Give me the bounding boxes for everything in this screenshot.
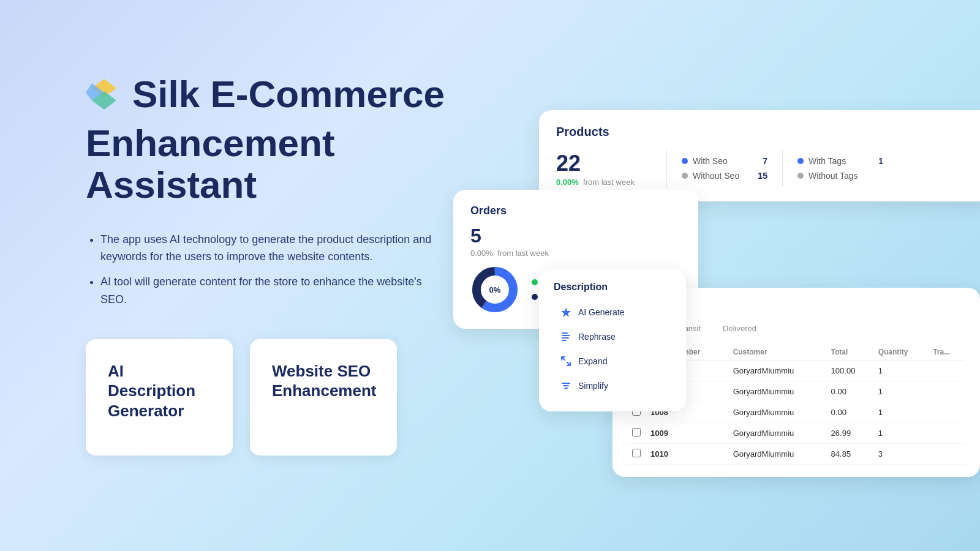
- orders-donut: 0%: [470, 265, 519, 314]
- simplify-menu-item[interactable]: Simplify: [554, 375, 671, 397]
- with-tags-dot: [797, 158, 804, 164]
- tags-legend: With Tags 1 Without Tags: [797, 156, 883, 181]
- order-customer: GoryardMiummiu: [728, 423, 826, 444]
- without-tags-legend: Without Tags: [797, 171, 883, 181]
- with-tags-label: With Tags: [809, 156, 864, 166]
- silk-logo-icon: [86, 76, 123, 113]
- without-tags-label: Without Tags: [809, 171, 864, 181]
- order-customer: GoryardMiummiu: [728, 381, 826, 402]
- expand-icon: [560, 355, 572, 367]
- logo-area: Silk E-Commerce: [86, 73, 514, 115]
- website-seo-label: Website SEO Enhancement: [272, 361, 377, 401]
- app-title-line1: Silk E-Commerce: [132, 73, 445, 115]
- orders-change: 0.00% from last week: [470, 249, 681, 258]
- ai-generate-menu-item[interactable]: AI Generate: [554, 301, 671, 323]
- order-tracking: [928, 381, 965, 402]
- products-change-pct: 0.00%: [556, 178, 579, 187]
- row-checkbox[interactable]: [627, 444, 646, 465]
- rephrase-menu-item[interactable]: Rephrase: [554, 326, 671, 348]
- table-row: 1010 GoryardMiummiu 84.85 3: [627, 444, 965, 465]
- bullet-item-1: The app uses AI technology to generate t…: [100, 231, 443, 266]
- expand-menu-item[interactable]: Expand: [554, 350, 671, 372]
- col-tracking: Tra...: [928, 344, 965, 361]
- without-seo-label: Without Seo: [693, 171, 748, 181]
- bullet-item-2: AI tool will generate content for the st…: [100, 273, 443, 309]
- without-seo-legend: Without Seo 15: [682, 171, 767, 181]
- order-qty: 1: [873, 381, 928, 402]
- ai-description-card[interactable]: AI Description Generator: [86, 339, 233, 455]
- left-content: Silk E-Commerce Enhancement Assistant Th…: [86, 73, 514, 455]
- right-panels: Products 22 0.00% from last week With Se…: [539, 110, 980, 211]
- table-row: 1009 GoryardMiummiu 26.99 1: [627, 423, 965, 444]
- with-seo-dot: [682, 158, 688, 164]
- without-seo-val: 15: [753, 171, 767, 181]
- col-total: Total: [826, 344, 873, 361]
- order-qty: 1: [873, 402, 928, 423]
- simplify-icon: [560, 380, 572, 392]
- orders-widget-title: Orders: [470, 204, 681, 217]
- col-customer: Customer: [728, 344, 826, 361]
- order-tracking: [928, 361, 965, 381]
- without-seo-dot: [682, 173, 688, 179]
- order-tracking: [928, 423, 965, 444]
- ai-generate-label: AI Generate: [578, 307, 625, 317]
- delivered-dot: [532, 279, 538, 285]
- col-quantity: Quantity: [873, 344, 928, 361]
- donut-label: 0%: [489, 285, 501, 294]
- order-tracking: [928, 402, 965, 423]
- website-seo-card[interactable]: Website SEO Enhancement: [250, 339, 397, 455]
- with-seo-label: With Seo: [693, 156, 748, 166]
- order-qty: 1: [873, 423, 928, 444]
- orders-change-pct: 0.00%: [470, 249, 493, 258]
- app-title-line2: Enhancement Assistant: [86, 122, 514, 206]
- with-tags-legend: With Tags 1: [797, 156, 883, 166]
- products-change: 0.00% from last week: [556, 178, 635, 187]
- stat-divider-2: [782, 150, 783, 187]
- description-card: Description AI Generate Rephrase Expand …: [539, 269, 686, 411]
- order-customer: GoryardMiummiu: [728, 402, 826, 423]
- order-qty: 3: [873, 444, 928, 465]
- products-total-stat: 22 0.00% from last week: [556, 151, 652, 187]
- rephrase-icon: [560, 331, 572, 343]
- orders-change-text: from last week: [497, 249, 549, 258]
- expand-label: Expand: [578, 356, 607, 366]
- tab-delivered[interactable]: Delivered: [714, 321, 765, 335]
- stat-divider-1: [666, 150, 667, 187]
- products-change-text: from last week: [583, 178, 635, 187]
- order-tracking: [928, 444, 965, 465]
- without-tags-dot: [797, 173, 804, 179]
- seo-legend: With Seo 7 Without Seo 15: [682, 156, 767, 181]
- products-card: Products 22 0.00% from last week With Se…: [539, 110, 980, 201]
- with-seo-legend: With Seo 7: [682, 156, 767, 166]
- products-title: Products: [556, 125, 975, 139]
- products-stats: 22 0.00% from last week With Seo 7 Witho…: [556, 150, 975, 187]
- products-total-number: 22: [556, 151, 635, 176]
- with-tags-val: 1: [869, 156, 883, 166]
- row-checkbox[interactable]: [627, 423, 646, 444]
- order-customer: GoryardMiummiu: [728, 444, 826, 465]
- simplify-label: Simplify: [578, 381, 608, 391]
- order-qty: 1: [873, 361, 928, 381]
- ai-generate-icon: [560, 306, 572, 318]
- ai-description-label: AI Description Generator: [108, 361, 211, 421]
- order-total: 100.00: [826, 361, 873, 381]
- order-number: 1010: [646, 444, 728, 465]
- feature-bullets: The app uses AI technology to generate t…: [86, 231, 514, 309]
- order-customer: GoryardMiummiu: [728, 361, 826, 381]
- order-total: 0.00: [826, 381, 873, 402]
- feature-cards: AI Description Generator Website SEO Enh…: [86, 339, 514, 455]
- orders-total: 5: [470, 225, 681, 247]
- order-total: 84.85: [826, 444, 873, 465]
- in-transit-dot: [532, 294, 538, 300]
- order-total: 26.99: [826, 423, 873, 444]
- with-seo-val: 7: [753, 156, 767, 166]
- order-number: 1009: [646, 423, 728, 444]
- order-total: 0.00: [826, 402, 873, 423]
- rephrase-label: Rephrase: [578, 332, 616, 342]
- description-title: Description: [554, 282, 671, 293]
